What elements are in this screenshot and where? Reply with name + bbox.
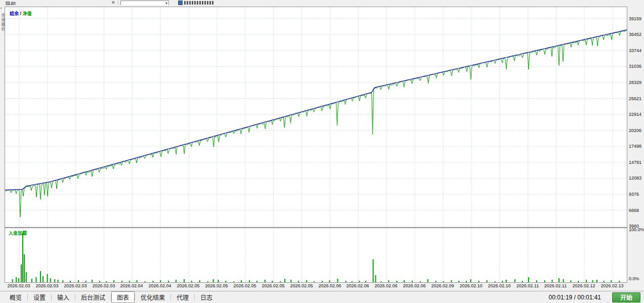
deposit-load-bar <box>78 280 79 282</box>
x-axis-label: 2026.02.06 <box>400 283 429 288</box>
deposit-load-bar <box>427 279 428 282</box>
deposit-load-bar <box>479 281 480 282</box>
x-axis-label: 2026.02.05 <box>202 283 231 288</box>
deposit-load-bar <box>381 281 382 282</box>
tab-overview[interactable]: 概览 <box>4 291 27 303</box>
x-axis-label: 2026.02.05 <box>259 283 288 288</box>
deposit-load-bar <box>466 281 467 282</box>
deposit-load-bar <box>16 277 17 282</box>
deposit-load-bar <box>199 280 200 282</box>
y-axis-label: 6668 <box>629 208 639 213</box>
legend-separator: / <box>19 11 23 16</box>
deposit-load-bar <box>502 281 503 282</box>
deposit-load-bar <box>290 280 291 282</box>
deposit-load-chart[interactable]: 入金加载 <box>5 228 627 283</box>
deposit-load-bar <box>58 280 59 282</box>
deposit-load-bar <box>280 281 281 282</box>
start-button[interactable]: 开始 <box>612 292 640 302</box>
deposit-load-bar <box>329 280 330 282</box>
y-axis-label: 17498 <box>629 144 641 149</box>
deposit-load-bar <box>70 281 71 282</box>
tab-optimization-results[interactable]: 优化结果 <box>135 291 170 303</box>
deposit-load-bar <box>306 280 307 282</box>
tab-settings[interactable]: 设置 <box>28 291 51 303</box>
deposit-load-bar <box>375 275 376 282</box>
x-axis-label: 2026.02.10 <box>456 283 486 288</box>
deposit-load-bar <box>36 277 37 282</box>
tab-agents[interactable]: 代理 <box>171 291 194 303</box>
bottom-tab-bar: 概览设置输入后台测试图表优化结果代理日志 00:01:19 / 00:01:41… <box>0 291 644 303</box>
deposit-load-bar <box>12 279 13 282</box>
deposit-load-bar <box>359 281 360 282</box>
x-axis-label: 2026.02.06 <box>371 283 401 288</box>
deposit-load-bar <box>218 280 219 282</box>
deposit-load-bar <box>18 278 19 282</box>
elapsed-time: 00:01:19 / 00:01:41 <box>549 294 601 301</box>
deposit-load-bar <box>619 281 620 282</box>
deposit-load-bar <box>559 278 560 282</box>
deposit-load-bar <box>153 281 154 282</box>
deposit-load-bar <box>265 280 266 282</box>
close-icon[interactable]: ✕ <box>111 0 115 5</box>
deposit-load-bar <box>412 281 413 282</box>
deposit-load-bar <box>506 280 507 282</box>
top-toolbar: 导航 ✕ ▾ <box>0 0 644 5</box>
toolbar-dropdown[interactable]: ▾ <box>120 1 169 5</box>
toolbar-item-icon <box>178 1 183 5</box>
legend-equity-label: 净值 <box>23 11 32 16</box>
deposit-load-bar <box>233 281 234 282</box>
deposit-load-bar <box>99 281 100 282</box>
deposit-load-bar <box>552 280 553 282</box>
deposit-load-bar <box>22 233 23 282</box>
deposit-load-bar <box>298 281 299 282</box>
deposit-load-bar <box>487 280 488 282</box>
left-vertical-tab[interactable]: 市场报价 <box>0 13 6 31</box>
x-axis-label: 2026.02.03 <box>61 283 90 288</box>
deposit-load-bar <box>544 280 545 282</box>
tab-journal[interactable]: 日志 <box>195 291 218 303</box>
deposit-load-bar <box>458 281 459 282</box>
deposit-load-bar <box>352 281 353 282</box>
deposit-load-bar <box>570 280 571 282</box>
x-axis-label: 2026.02.13 <box>597 283 627 288</box>
y-axis-label: 25621 <box>629 96 641 101</box>
y-axis-label: 14791 <box>629 160 641 165</box>
deposit-load-bar <box>443 281 444 282</box>
deposit-load-bar <box>592 280 593 282</box>
chevron-down-icon: ▾ <box>165 1 167 5</box>
deposit-load-bar <box>191 281 192 282</box>
x-axis-label: 2026.02.10 <box>485 283 514 288</box>
deposit-load-bar <box>337 279 338 282</box>
deposit-load-bar <box>495 281 496 282</box>
deposit-load-bar <box>420 281 421 282</box>
deposit-load-bar <box>578 281 579 282</box>
x-axis-label: 2026.02.06 <box>315 283 345 288</box>
equity-balance-chart[interactable]: 结余 / 净值 <box>5 7 627 228</box>
y-axis-label: 33744 <box>629 48 641 53</box>
tab-graph[interactable]: 图表 <box>111 291 135 303</box>
deposit-load-bar <box>388 280 389 282</box>
collapse-chevron-icon[interactable]: ‹ <box>1 6 2 11</box>
tab-inputs[interactable]: 输入 <box>52 291 75 303</box>
deposit-load-bar <box>536 280 537 282</box>
deposit-load-bar <box>40 271 41 282</box>
deposit-load-bar <box>50 278 51 282</box>
equity-line <box>5 30 627 217</box>
deposit-load-bar <box>470 279 471 282</box>
deposit-load-bar <box>62 280 63 282</box>
tab-backtest[interactable]: 后台测试 <box>75 291 111 303</box>
deposit-load-bar <box>129 281 130 282</box>
deposit-load-bar <box>604 281 605 282</box>
deposit-load-bar <box>322 281 323 282</box>
toolbar-item[interactable] <box>178 1 213 5</box>
deposit-load-bar <box>436 281 437 282</box>
deposit-load-bar <box>207 281 208 282</box>
chart-legend: 结余 / 净值 <box>10 10 32 17</box>
deposit-load-bar <box>121 281 122 282</box>
y-axis-label: 39159 <box>629 16 641 21</box>
deposit-load-bar <box>404 280 405 282</box>
x-axis-label: 2026.02.11 <box>513 283 542 288</box>
y-axis-label: 9376 <box>629 192 639 197</box>
deposit-load-bar <box>596 280 597 282</box>
left-edge-strip: ‹ 市场报价 <box>0 5 5 291</box>
